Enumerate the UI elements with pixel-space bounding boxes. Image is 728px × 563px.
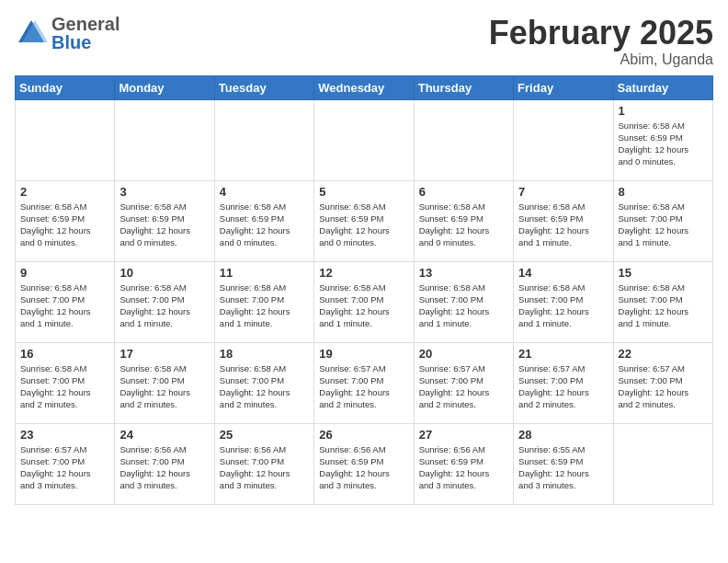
weekday-header-thursday: Thursday: [414, 75, 513, 99]
calendar-cell: 3Sunrise: 6:58 AM Sunset: 6:59 PM Daylig…: [115, 180, 214, 261]
calendar-cell: 2Sunrise: 6:58 AM Sunset: 6:59 PM Daylig…: [16, 180, 115, 261]
logo-name: General Blue: [51, 15, 119, 52]
day-number: 15: [619, 266, 708, 280]
calendar-cell: 21Sunrise: 6:57 AM Sunset: 7:00 PM Dayli…: [514, 342, 613, 423]
calendar-cell: 26Sunrise: 6:56 AM Sunset: 6:59 PM Dayli…: [314, 423, 414, 504]
day-info: Sunrise: 6:55 AM Sunset: 6:59 PM Dayligh…: [518, 443, 608, 492]
calendar-cell: 20Sunrise: 6:57 AM Sunset: 7:00 PM Dayli…: [414, 342, 513, 423]
calendar-cell: [214, 99, 313, 180]
day-info: Sunrise: 6:56 AM Sunset: 7:00 PM Dayligh…: [119, 443, 209, 492]
weekday-header-row: SundayMondayTuesdayWednesdayThursdayFrid…: [16, 75, 713, 99]
day-info: Sunrise: 6:57 AM Sunset: 7:00 PM Dayligh…: [319, 362, 408, 411]
day-info: Sunrise: 6:56 AM Sunset: 7:00 PM Dayligh…: [220, 443, 309, 492]
day-number: 8: [619, 185, 708, 199]
day-info: Sunrise: 6:58 AM Sunset: 7:00 PM Dayligh…: [119, 282, 209, 330]
page-header: General Blue February 2025 Abim, Uganda: [15, 15, 713, 68]
calendar-cell: 13Sunrise: 6:58 AM Sunset: 7:00 PM Dayli…: [414, 261, 513, 342]
day-number: 13: [419, 266, 508, 280]
day-info: Sunrise: 6:58 AM Sunset: 7:00 PM Dayligh…: [119, 362, 209, 411]
day-info: Sunrise: 6:58 AM Sunset: 6:59 PM Dayligh…: [20, 201, 109, 249]
day-info: Sunrise: 6:58 AM Sunset: 7:00 PM Dayligh…: [319, 282, 408, 330]
calendar-cell: 17Sunrise: 6:58 AM Sunset: 7:00 PM Dayli…: [115, 342, 214, 423]
calendar-cell: [414, 99, 513, 180]
day-number: 26: [319, 428, 408, 442]
day-number: 20: [419, 347, 508, 361]
day-info: Sunrise: 6:57 AM Sunset: 7:00 PM Dayligh…: [419, 362, 508, 411]
calendar-cell: 6Sunrise: 6:58 AM Sunset: 6:59 PM Daylig…: [414, 180, 513, 261]
day-number: 6: [419, 185, 508, 199]
day-info: Sunrise: 6:58 AM Sunset: 7:00 PM Dayligh…: [619, 201, 708, 249]
calendar-cell: [314, 99, 414, 180]
weekday-header-sunday: Sunday: [16, 75, 115, 99]
week-row-4: 16Sunrise: 6:58 AM Sunset: 7:00 PM Dayli…: [16, 342, 713, 423]
day-number: 3: [119, 185, 209, 199]
day-number: 23: [20, 428, 109, 442]
logo-general: General: [51, 15, 119, 33]
day-info: Sunrise: 6:57 AM Sunset: 7:00 PM Dayligh…: [20, 443, 109, 492]
weekday-header-wednesday: Wednesday: [314, 75, 414, 99]
day-number: 2: [20, 185, 109, 199]
calendar-cell: 4Sunrise: 6:58 AM Sunset: 6:59 PM Daylig…: [214, 180, 313, 261]
day-info: Sunrise: 6:58 AM Sunset: 6:59 PM Dayligh…: [119, 201, 209, 249]
day-number: 11: [220, 266, 309, 280]
day-info: Sunrise: 6:57 AM Sunset: 7:00 PM Dayligh…: [619, 362, 708, 411]
title-block: February 2025 Abim, Uganda: [489, 15, 713, 68]
day-info: Sunrise: 6:56 AM Sunset: 6:59 PM Dayligh…: [419, 443, 508, 492]
weekday-header-tuesday: Tuesday: [214, 75, 313, 99]
calendar-cell: 5Sunrise: 6:58 AM Sunset: 6:59 PM Daylig…: [314, 180, 414, 261]
day-number: 10: [119, 266, 209, 280]
day-info: Sunrise: 6:58 AM Sunset: 6:59 PM Dayligh…: [619, 120, 708, 168]
calendar-cell: 11Sunrise: 6:58 AM Sunset: 7:00 PM Dayli…: [214, 261, 313, 342]
calendar-cell: 22Sunrise: 6:57 AM Sunset: 7:00 PM Dayli…: [613, 342, 712, 423]
calendar-cell: 27Sunrise: 6:56 AM Sunset: 6:59 PM Dayli…: [414, 423, 513, 504]
day-number: 12: [319, 266, 408, 280]
calendar-cell: 25Sunrise: 6:56 AM Sunset: 7:00 PM Dayli…: [214, 423, 313, 504]
week-row-5: 23Sunrise: 6:57 AM Sunset: 7:00 PM Dayli…: [16, 423, 713, 504]
day-info: Sunrise: 6:57 AM Sunset: 7:00 PM Dayligh…: [518, 362, 608, 411]
day-number: 4: [220, 185, 309, 199]
day-info: Sunrise: 6:58 AM Sunset: 6:59 PM Dayligh…: [518, 201, 608, 249]
day-number: 22: [619, 347, 708, 361]
weekday-header-friday: Friday: [514, 75, 613, 99]
calendar-cell: 19Sunrise: 6:57 AM Sunset: 7:00 PM Dayli…: [314, 342, 414, 423]
weekday-header-saturday: Saturday: [613, 75, 712, 99]
day-number: 5: [319, 185, 408, 199]
day-number: 14: [518, 266, 608, 280]
logo-blue: Blue: [51, 33, 119, 52]
day-number: 1: [619, 104, 708, 118]
calendar-cell: 9Sunrise: 6:58 AM Sunset: 7:00 PM Daylig…: [16, 261, 115, 342]
day-number: 17: [119, 347, 209, 361]
day-number: 24: [119, 428, 209, 442]
calendar-cell: 14Sunrise: 6:58 AM Sunset: 7:00 PM Dayli…: [514, 261, 613, 342]
day-info: Sunrise: 6:58 AM Sunset: 7:00 PM Dayligh…: [419, 282, 508, 330]
day-info: Sunrise: 6:58 AM Sunset: 7:00 PM Dayligh…: [220, 362, 309, 411]
calendar-cell: 28Sunrise: 6:55 AM Sunset: 6:59 PM Dayli…: [514, 423, 613, 504]
day-info: Sunrise: 6:58 AM Sunset: 6:59 PM Dayligh…: [220, 201, 309, 249]
day-info: Sunrise: 6:58 AM Sunset: 7:00 PM Dayligh…: [518, 282, 608, 330]
day-info: Sunrise: 6:58 AM Sunset: 6:59 PM Dayligh…: [419, 201, 508, 249]
day-info: Sunrise: 6:58 AM Sunset: 6:59 PM Dayligh…: [319, 201, 408, 249]
day-info: Sunrise: 6:58 AM Sunset: 7:00 PM Dayligh…: [20, 282, 109, 330]
calendar-cell: [613, 423, 712, 504]
weekday-header-monday: Monday: [115, 75, 214, 99]
day-number: 16: [20, 347, 109, 361]
day-number: 21: [518, 347, 608, 361]
calendar-cell: 1Sunrise: 6:58 AM Sunset: 6:59 PM Daylig…: [613, 99, 712, 180]
calendar-cell: 15Sunrise: 6:58 AM Sunset: 7:00 PM Dayli…: [613, 261, 712, 342]
week-row-2: 2Sunrise: 6:58 AM Sunset: 6:59 PM Daylig…: [16, 180, 713, 261]
day-info: Sunrise: 6:58 AM Sunset: 7:00 PM Dayligh…: [619, 282, 708, 330]
calendar-cell: 8Sunrise: 6:58 AM Sunset: 7:00 PM Daylig…: [613, 180, 712, 261]
calendar-cell: 23Sunrise: 6:57 AM Sunset: 7:00 PM Dayli…: [16, 423, 115, 504]
calendar-cell: 16Sunrise: 6:58 AM Sunset: 7:00 PM Dayli…: [16, 342, 115, 423]
calendar-cell: [16, 99, 115, 180]
logo: General Blue: [15, 15, 119, 52]
day-number: 18: [220, 347, 309, 361]
day-number: 7: [518, 185, 608, 199]
calendar-cell: 18Sunrise: 6:58 AM Sunset: 7:00 PM Dayli…: [214, 342, 313, 423]
week-row-3: 9Sunrise: 6:58 AM Sunset: 7:00 PM Daylig…: [16, 261, 713, 342]
location: Abim, Uganda: [489, 52, 713, 68]
day-number: 25: [220, 428, 309, 442]
calendar-cell: 10Sunrise: 6:58 AM Sunset: 7:00 PM Dayli…: [115, 261, 214, 342]
day-number: 28: [518, 428, 608, 442]
calendar-cell: [115, 99, 214, 180]
